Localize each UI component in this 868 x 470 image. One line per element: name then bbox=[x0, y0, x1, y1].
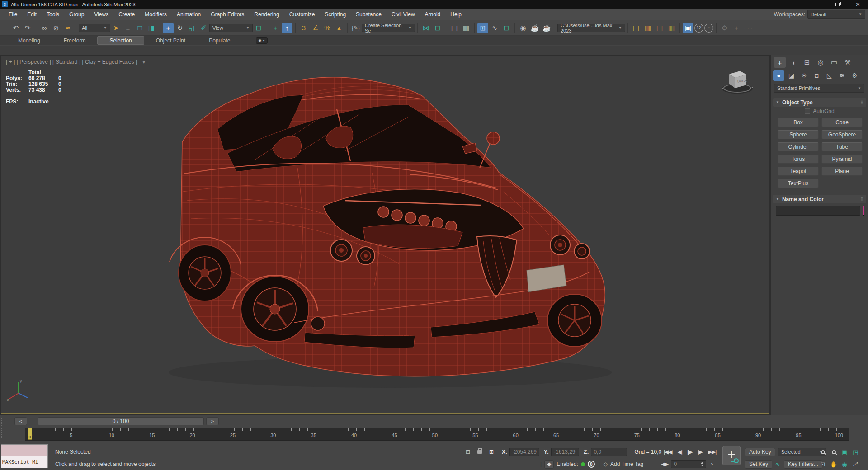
material-editor-icon[interactable]: ◉ bbox=[518, 23, 528, 33]
default-tangent-icon[interactable]: ∿ bbox=[773, 460, 783, 469]
select-and-scale-icon[interactable]: ◱ bbox=[186, 23, 197, 33]
angle-snap-icon[interactable]: ∠ bbox=[310, 23, 321, 33]
select-and-place-icon[interactable]: ✐ bbox=[198, 23, 209, 33]
menu-item[interactable]: Rendering bbox=[249, 9, 284, 20]
maxscript-script-line[interactable]: MAXScript Mi bbox=[1, 456, 47, 468]
category-shapes-icon[interactable]: ◪ bbox=[786, 70, 797, 81]
percent-snap-icon[interactable]: % bbox=[322, 23, 333, 33]
current-frame-field[interactable]: 0 bbox=[671, 460, 706, 468]
frame-rate-badge[interactable]: 12 bbox=[694, 24, 703, 33]
restore-button[interactable] bbox=[827, 0, 848, 9]
frame-spinner[interactable] bbox=[701, 462, 703, 466]
object-type-button[interactable]: Sphere bbox=[778, 130, 819, 139]
zoom-region-icon[interactable]: ⊡ bbox=[818, 460, 828, 469]
add-plus-icon[interactable]: + bbox=[731, 23, 742, 33]
name-color-rollout-header[interactable]: ▼ Name and Color ⠿ bbox=[773, 195, 866, 203]
render-production-icon[interactable]: ☕ bbox=[541, 23, 552, 33]
z-coordinate-field[interactable]: 0,0 bbox=[591, 448, 627, 456]
tab-create[interactable]: + bbox=[774, 57, 786, 68]
tab-display[interactable]: ▭ bbox=[828, 57, 840, 68]
copy-panel-icon[interactable]: ▥ bbox=[666, 23, 677, 33]
object-type-button[interactable]: Cylinder bbox=[778, 142, 819, 151]
close-button[interactable]: ✕ bbox=[848, 0, 868, 9]
rectangular-selection-region-icon[interactable]: □ bbox=[134, 23, 145, 33]
ribbon-tab-selection[interactable]: Selection bbox=[97, 36, 144, 45]
perspective-viewport[interactable]: [ + ] [ Perspective ] [ Standard ] [ Cla… bbox=[1, 56, 769, 414]
view-cube[interactable]: BACK bbox=[720, 67, 755, 97]
object-type-button[interactable]: GeoSphere bbox=[821, 130, 863, 139]
time-slider-handle[interactable]: 0 / 100 bbox=[38, 417, 204, 425]
object-type-button[interactable]: Plane bbox=[821, 167, 863, 176]
tab-motion[interactable]: ◎ bbox=[815, 57, 826, 68]
menu-item[interactable]: File bbox=[4, 9, 22, 20]
key-mode-toggle[interactable]: ◀▶ bbox=[661, 461, 668, 467]
category-geometry-icon[interactable]: ● bbox=[773, 70, 784, 81]
set-key-button[interactable]: Set Key bbox=[745, 460, 772, 469]
unlink-selection-icon[interactable]: ⊘ bbox=[51, 23, 61, 33]
render-setup-icon[interactable]: ☕ bbox=[529, 23, 540, 33]
next-frame-button[interactable]: > bbox=[206, 417, 219, 425]
script-count-badge[interactable]: 0 bbox=[588, 461, 595, 468]
mirror-icon[interactable]: ⋈ bbox=[420, 23, 431, 33]
object-type-button[interactable]: Pyramid bbox=[821, 155, 863, 164]
isolate-selection-icon[interactable]: ⊡ bbox=[462, 446, 473, 457]
clock-icon[interactable]: ◔ bbox=[704, 24, 713, 33]
selection-filter-dropdown[interactable]: All▼ bbox=[79, 24, 110, 32]
align-icon[interactable]: ⊟ bbox=[432, 23, 443, 33]
go-to-end-button[interactable]: ▶▶| bbox=[708, 449, 717, 455]
key-filters-button[interactable]: Key Filters... bbox=[784, 460, 822, 469]
select-and-move-icon[interactable]: + bbox=[163, 23, 174, 33]
toggle-layer-explorer-icon[interactable]: ▦ bbox=[461, 23, 472, 33]
primitives-dropdown[interactable]: Standard Primitives▼ bbox=[774, 84, 864, 93]
menu-item[interactable]: Create bbox=[113, 9, 140, 20]
save-file-icon[interactable]: ▣ bbox=[683, 23, 693, 33]
selection-lock-icon[interactable] bbox=[477, 450, 482, 454]
curve-editor-icon[interactable]: ∿ bbox=[489, 23, 500, 33]
add-time-tag[interactable]: Add Time Tag bbox=[610, 461, 643, 467]
next-key-button[interactable]: |▶ bbox=[698, 449, 702, 455]
bind-to-spacewarp-icon[interactable]: ≈ bbox=[62, 23, 73, 33]
set-keys-button[interactable]: + bbox=[722, 446, 741, 465]
timeline-ruler[interactable]: 0510152025303540455055606570758085909510… bbox=[25, 428, 849, 441]
menu-item[interactable]: Modifiers bbox=[140, 9, 172, 20]
menu-item[interactable]: Substance bbox=[351, 9, 387, 20]
object-type-rollout-header[interactable]: ▼ Object Type ⠿ bbox=[773, 98, 866, 107]
maximize-viewport-icon[interactable]: ⤢ bbox=[850, 460, 860, 469]
tab-hierarchy[interactable]: ⊞ bbox=[801, 57, 813, 68]
ribbon-tab-object-paint[interactable]: Object Paint bbox=[144, 36, 197, 45]
preferences-gear-icon[interactable]: ⚙ bbox=[719, 23, 730, 33]
menu-item[interactable]: Customize bbox=[284, 9, 320, 20]
menu-item[interactable]: Edit bbox=[22, 9, 42, 20]
zoom-extents-all-icon[interactable]: ◳ bbox=[850, 447, 860, 456]
select-and-rotate-icon[interactable]: ↻ bbox=[175, 23, 185, 33]
menu-item[interactable]: Group bbox=[64, 9, 89, 20]
maxscript-macro-line[interactable] bbox=[1, 445, 47, 456]
tab-utilities[interactable]: ⚒ bbox=[842, 57, 854, 68]
category-systems-icon[interactable]: ⚙ bbox=[849, 70, 860, 81]
import-panel-icon[interactable]: ▤ bbox=[631, 23, 642, 33]
menu-item[interactable]: Civil View bbox=[387, 9, 420, 20]
maxscript-mini-listener[interactable]: MAXScript Mi bbox=[1, 444, 48, 468]
minimize-button[interactable]: — bbox=[807, 0, 827, 9]
workspaces-dropdown[interactable]: Default▼ bbox=[807, 10, 865, 19]
x-coordinate-field[interactable]: -2054,269 bbox=[509, 448, 539, 456]
object-type-button[interactable]: Cone bbox=[821, 118, 863, 127]
menu-item[interactable]: Scripting bbox=[320, 9, 351, 20]
scene-security-shield-icon[interactable]: ◆ bbox=[544, 460, 554, 469]
ribbon-tab-populate[interactable]: Populate bbox=[197, 36, 242, 45]
category-lights-icon[interactable]: ☀ bbox=[798, 70, 810, 81]
link-panel-icon[interactable]: ▤ bbox=[654, 23, 665, 33]
autogrid-checkbox[interactable] bbox=[805, 108, 810, 114]
play-button[interactable]: ▶ bbox=[688, 448, 693, 456]
object-type-button[interactable]: Box bbox=[778, 118, 819, 127]
select-and-link-icon[interactable]: ∞ bbox=[39, 23, 50, 33]
object-name-field[interactable] bbox=[776, 206, 860, 216]
spinner-snap-icon[interactable]: ▲ bbox=[334, 23, 344, 33]
object-type-button[interactable]: Teapot bbox=[778, 167, 819, 176]
menu-item[interactable]: Views bbox=[89, 9, 113, 20]
time-cursor[interactable]: 0 bbox=[28, 428, 32, 440]
select-by-name-icon[interactable]: ≡ bbox=[123, 23, 133, 33]
ribbon-tab-freeform[interactable]: Freeform bbox=[52, 36, 98, 45]
absolute-mode-icon[interactable]: ⊞ bbox=[486, 446, 497, 457]
y-coordinate-field[interactable]: -1613,29 bbox=[551, 448, 579, 456]
